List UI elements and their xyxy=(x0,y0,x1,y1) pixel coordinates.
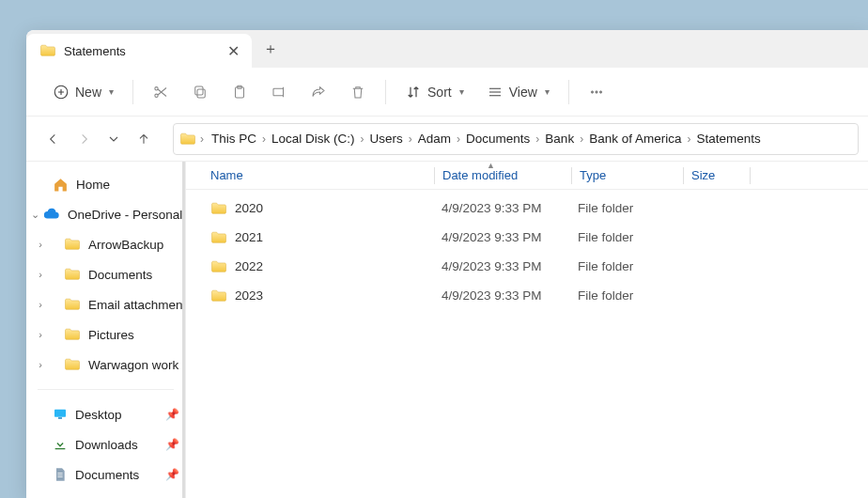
breadcrumb-item[interactable]: Adam xyxy=(414,130,455,148)
cut-button[interactable] xyxy=(143,74,178,110)
sidebar-label: ArrowBackup xyxy=(88,238,163,252)
delete-button[interactable] xyxy=(340,74,376,110)
breadcrumb-item[interactable]: Bank xyxy=(541,130,578,148)
sidebar-label: Home xyxy=(76,178,110,192)
chevron-down-icon: ▾ xyxy=(459,86,464,97)
sidebar-item-home[interactable]: Home xyxy=(26,169,185,199)
chevron-right-icon[interactable]: › xyxy=(34,359,47,370)
sidebar-label: Desktop xyxy=(75,408,122,422)
chevron-down-icon: ▾ xyxy=(545,86,550,97)
file-name: 2020 xyxy=(235,201,263,215)
sidebar-quick-item[interactable]: Desktop📌 xyxy=(26,399,185,429)
sidebar: Home ⌄ OneDrive - Personal ›ArrowBackup›… xyxy=(26,162,186,498)
file-date: 4/9/2023 9:33 PM xyxy=(434,259,570,273)
column-type[interactable]: Type xyxy=(572,168,683,182)
folder-icon xyxy=(64,356,81,373)
new-label: New xyxy=(75,85,101,100)
column-size[interactable]: Size xyxy=(684,168,750,182)
chevron-right-icon: › xyxy=(578,132,585,146)
file-row[interactable]: 20204/9/2023 9:33 PMFile folder xyxy=(186,194,868,223)
arrow-right-icon xyxy=(76,132,91,147)
explorer-window: Statements ✕ ＋ New ▾ Sort ▾ View ▾ xyxy=(26,30,868,498)
sidebar-item[interactable]: ›Documents xyxy=(26,259,185,289)
chevron-right-icon: › xyxy=(455,132,462,146)
file-date: 4/9/2023 9:33 PM xyxy=(434,288,570,303)
chevron-right-icon[interactable]: › xyxy=(34,239,47,250)
list-icon xyxy=(487,84,504,101)
sidebar-label: Email attachments xyxy=(88,298,185,312)
tab-active[interactable]: Statements ✕ xyxy=(26,34,252,68)
file-type: File folder xyxy=(570,230,681,244)
share-button[interactable] xyxy=(301,74,336,110)
sidebar-item[interactable]: ›ArrowBackup xyxy=(26,229,185,259)
up-button[interactable] xyxy=(130,125,158,153)
new-tab-button[interactable]: ＋ xyxy=(252,30,289,68)
more-button[interactable] xyxy=(579,74,614,110)
cloud-icon xyxy=(43,206,60,223)
chevron-right-icon[interactable]: › xyxy=(34,269,47,280)
desktop-icon xyxy=(53,407,68,422)
folder-icon xyxy=(179,131,196,148)
file-date: 4/9/2023 9:33 PM xyxy=(434,201,570,215)
sidebar-item[interactable]: ›Warwagon work xyxy=(26,350,185,380)
sidebar-item[interactable]: ›Pictures xyxy=(26,319,185,350)
chevron-down-icon xyxy=(106,132,121,147)
chevron-right-icon: › xyxy=(198,132,206,146)
folder-icon xyxy=(64,326,81,343)
pin-icon: 📌 xyxy=(165,468,179,481)
breadcrumb-item[interactable]: Documents xyxy=(462,130,534,148)
chevron-right-icon[interactable]: › xyxy=(34,329,47,340)
new-button[interactable]: New ▾ xyxy=(43,78,123,106)
sidebar-quick-item[interactable]: Downloads📌 xyxy=(26,429,185,459)
file-row[interactable]: 20234/9/2023 9:33 PMFile folder xyxy=(186,281,868,310)
breadcrumb-item[interactable]: This PC xyxy=(208,130,260,148)
breadcrumb-item[interactable]: Statements xyxy=(692,130,764,148)
breadcrumb-item[interactable]: Local Disk (C:) xyxy=(268,130,359,148)
copy-icon xyxy=(192,84,209,101)
breadcrumb-item[interactable]: Bank of America xyxy=(585,130,685,148)
navbar: › This PC›Local Disk (C:)›Users›Adam›Doc… xyxy=(26,117,868,162)
folder-icon xyxy=(64,266,81,283)
sort-label: Sort xyxy=(427,85,452,100)
column-date[interactable]: Date modified xyxy=(435,168,571,182)
file-date: 4/9/2023 9:33 PM xyxy=(434,230,570,244)
folder-icon xyxy=(210,200,227,217)
sidebar-label: Pictures xyxy=(88,328,134,342)
tab-title: Statements xyxy=(64,44,218,58)
chevron-down-icon[interactable]: ⌄ xyxy=(28,209,41,221)
sidebar-item-onedrive[interactable]: ⌄ OneDrive - Personal xyxy=(26,199,185,229)
view-label: View xyxy=(509,85,537,100)
tab-close-button[interactable]: ✕ xyxy=(225,43,240,58)
rename-button[interactable] xyxy=(261,74,297,110)
file-row[interactable]: 20224/9/2023 9:33 PMFile folder xyxy=(186,252,868,281)
file-name: 2022 xyxy=(235,259,263,273)
copy-button[interactable] xyxy=(182,74,218,110)
chevron-right-icon: › xyxy=(260,132,268,146)
paste-button[interactable] xyxy=(222,74,257,110)
chevron-down-icon: ▾ xyxy=(109,86,114,97)
titlebar: Statements ✕ ＋ xyxy=(26,30,868,68)
sort-icon xyxy=(405,84,422,101)
breadcrumb[interactable]: › This PC›Local Disk (C:)›Users›Adam›Doc… xyxy=(173,123,859,155)
separator xyxy=(385,80,386,104)
chevron-right-icon[interactable]: › xyxy=(34,299,47,310)
file-row[interactable]: 20214/9/2023 9:33 PMFile folder xyxy=(186,223,868,252)
column-headers: Name ▲ Date modified Type Size xyxy=(186,162,868,190)
separator xyxy=(132,80,133,104)
breadcrumb-item[interactable]: Users xyxy=(366,130,407,148)
arrow-up-icon xyxy=(136,132,151,147)
sidebar-item[interactable]: ›Email attachments xyxy=(26,289,185,319)
sort-button[interactable]: Sort ▾ xyxy=(395,78,473,106)
sidebar-quick-item[interactable]: Documents📌 xyxy=(26,459,185,490)
column-name[interactable]: Name xyxy=(203,168,434,182)
home-icon xyxy=(53,177,69,193)
recent-dropdown[interactable] xyxy=(100,125,128,153)
view-button[interactable]: View ▾ xyxy=(477,78,559,106)
document-icon xyxy=(53,467,68,482)
share-icon xyxy=(310,84,327,101)
sidebar-label: Documents xyxy=(88,268,152,282)
forward-button[interactable] xyxy=(70,125,98,153)
back-button[interactable] xyxy=(39,125,68,153)
sidebar-label: Documents xyxy=(75,468,139,482)
folder-icon xyxy=(210,258,227,275)
